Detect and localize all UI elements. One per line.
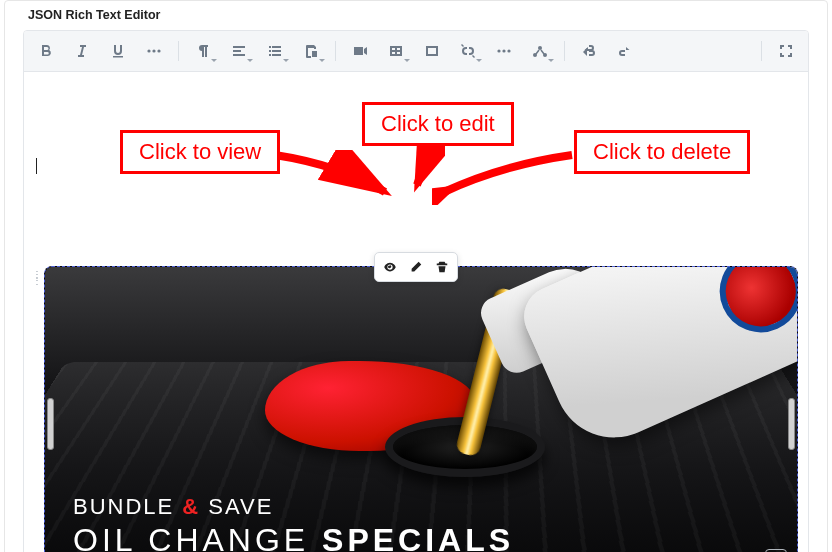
callout-view: Click to view xyxy=(120,130,280,174)
panel-title: JSON Rich Text Editor xyxy=(5,1,827,28)
insert-icon xyxy=(424,43,440,59)
image-floating-toolbar xyxy=(374,252,458,282)
pencil-icon xyxy=(409,260,423,274)
svg-point-4 xyxy=(502,49,505,52)
resize-handle-left[interactable] xyxy=(47,398,54,450)
image-overlay-text: BUNDLE & SAVE OIL CHANGE SPECIALS xyxy=(73,494,514,552)
embedded-image-block[interactable]: ⋮⋮⋮⋮ xyxy=(34,266,798,552)
connector-button[interactable] xyxy=(524,36,556,66)
svg-point-1 xyxy=(152,49,155,52)
callout-edit: Click to edit xyxy=(362,102,514,146)
overlay-text-segment: & xyxy=(182,494,200,519)
more-format-button[interactable] xyxy=(138,36,170,66)
link-button[interactable] xyxy=(452,36,484,66)
toolbar-separator xyxy=(761,41,762,61)
embedded-image[interactable]: BUNDLE & SAVE OIL CHANGE SPECIALS xyxy=(44,266,798,552)
trash-icon xyxy=(435,260,449,274)
callout-delete: Click to delete xyxy=(574,130,750,174)
toolbar-separator xyxy=(178,41,179,61)
overlay-text-segment: BUNDLE xyxy=(73,494,182,519)
dots-icon xyxy=(146,43,162,59)
italic-icon xyxy=(74,43,90,59)
edit-button[interactable] xyxy=(404,256,428,278)
fullscreen-icon xyxy=(778,43,794,59)
overlay-text-segment: OIL CHANGE xyxy=(73,522,322,552)
delete-button[interactable] xyxy=(430,256,454,278)
connector-icon xyxy=(532,43,548,59)
view-button[interactable] xyxy=(378,256,402,278)
paragraph-button[interactable] xyxy=(187,36,219,66)
toolbar-separator xyxy=(564,41,565,61)
undo-icon xyxy=(581,43,597,59)
bold-button[interactable] xyxy=(30,36,62,66)
paste-icon xyxy=(303,43,319,59)
resize-handle-right[interactable] xyxy=(788,398,795,450)
toolbar-separator xyxy=(335,41,336,61)
align-icon xyxy=(231,43,247,59)
more-insert-button[interactable] xyxy=(488,36,520,66)
dots-icon xyxy=(496,43,512,59)
insert-button[interactable] xyxy=(416,36,448,66)
overlay-text-segment: SAVE xyxy=(200,494,273,519)
italic-button[interactable] xyxy=(66,36,98,66)
list-icon xyxy=(267,43,283,59)
overlay-text-segment: SPECIALS xyxy=(322,522,514,552)
video-icon xyxy=(352,43,368,59)
video-button[interactable] xyxy=(344,36,376,66)
editor-toolbar xyxy=(24,31,808,72)
list-button[interactable] xyxy=(259,36,291,66)
align-button[interactable] xyxy=(223,36,255,66)
fullscreen-button[interactable] xyxy=(770,36,802,66)
text-cursor xyxy=(36,158,37,174)
underline-button[interactable] xyxy=(102,36,134,66)
redo-icon xyxy=(617,43,633,59)
undo-button[interactable] xyxy=(573,36,605,66)
svg-point-0 xyxy=(147,49,150,52)
redo-button[interactable] xyxy=(609,36,641,66)
svg-point-7 xyxy=(538,46,542,50)
unlink-icon xyxy=(460,43,476,59)
arrow-to-view xyxy=(270,150,400,210)
table-icon xyxy=(388,43,404,59)
eye-icon xyxy=(383,260,397,274)
svg-point-5 xyxy=(507,49,510,52)
svg-point-2 xyxy=(157,49,160,52)
editor-panel: JSON Rich Text Editor xyxy=(4,0,828,552)
bold-icon xyxy=(38,43,54,59)
arrow-to-delete xyxy=(432,150,582,205)
svg-point-3 xyxy=(497,49,500,52)
paste-button[interactable] xyxy=(295,36,327,66)
underline-icon xyxy=(110,43,126,59)
paragraph-icon xyxy=(195,43,211,59)
table-button[interactable] xyxy=(380,36,412,66)
